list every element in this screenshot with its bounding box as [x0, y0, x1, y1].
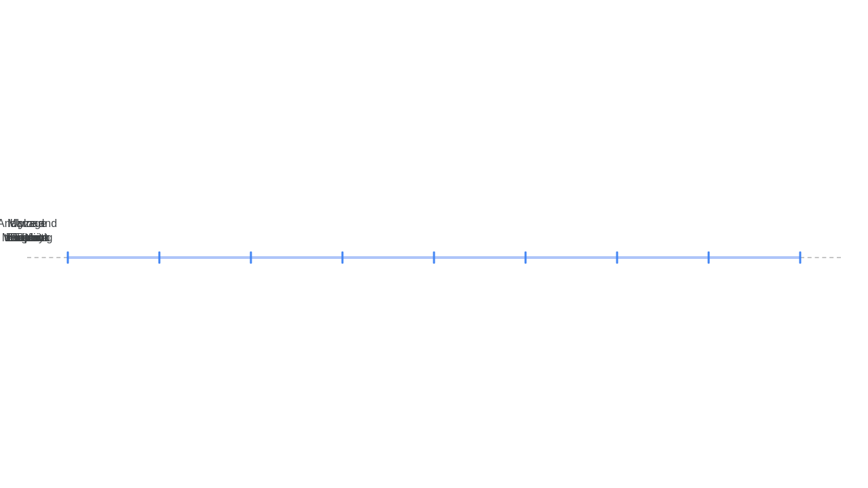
- tick-mark-1: [159, 251, 161, 264]
- tick-mark-2: [250, 251, 252, 264]
- pipeline-container: IngestAnalyze andtransformTrainUploadand…: [0, 197, 868, 264]
- tick-mark-3: [342, 251, 344, 264]
- tick-mark-6: [616, 251, 618, 264]
- tick-mark-0: [67, 251, 69, 264]
- dashed-left: [27, 257, 68, 258]
- tick-mark-7: [708, 251, 710, 264]
- track-row: [27, 251, 841, 264]
- solid-track: [68, 256, 800, 259]
- tick-mark-4: [433, 251, 435, 264]
- dashed-right: [800, 257, 841, 258]
- tick-mark-5: [525, 251, 527, 264]
- pipeline-label-8: Monitoring: [2, 231, 53, 245]
- tick-mark-8: [800, 251, 802, 264]
- labels-row: IngestAnalyze andtransformTrainUploadand…: [27, 197, 841, 251]
